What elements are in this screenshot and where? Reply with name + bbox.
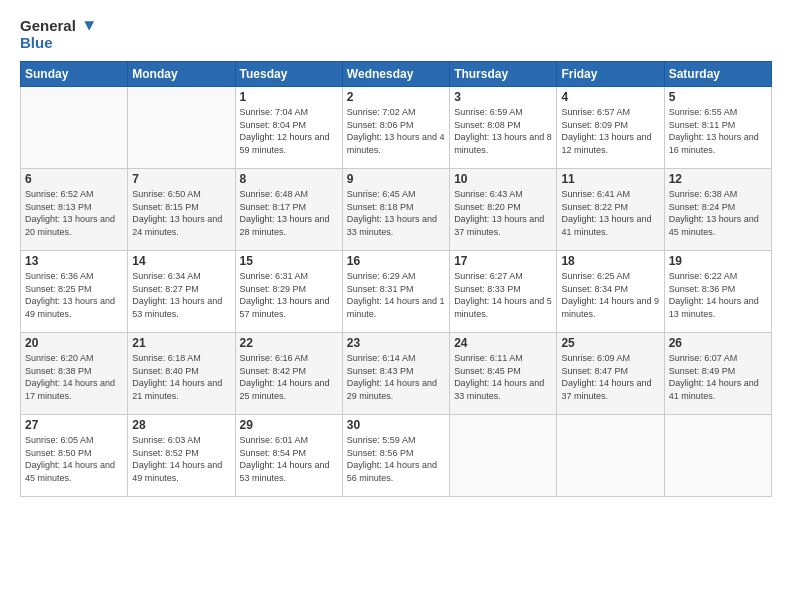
- calendar-week-row: 6Sunrise: 6:52 AM Sunset: 8:13 PM Daylig…: [21, 169, 772, 251]
- calendar-day-header: Saturday: [664, 62, 771, 87]
- day-info: Sunrise: 6:41 AM Sunset: 8:22 PM Dayligh…: [561, 188, 659, 238]
- day-info: Sunrise: 6:22 AM Sunset: 8:36 PM Dayligh…: [669, 270, 767, 320]
- calendar-day-cell: 20Sunrise: 6:20 AM Sunset: 8:38 PM Dayli…: [21, 333, 128, 415]
- day-info: Sunrise: 6:25 AM Sunset: 8:34 PM Dayligh…: [561, 270, 659, 320]
- calendar-week-row: 13Sunrise: 6:36 AM Sunset: 8:25 PM Dayli…: [21, 251, 772, 333]
- calendar-day-cell: 25Sunrise: 6:09 AM Sunset: 8:47 PM Dayli…: [557, 333, 664, 415]
- day-info: Sunrise: 6:52 AM Sunset: 8:13 PM Dayligh…: [25, 188, 123, 238]
- day-number: 10: [454, 172, 552, 186]
- day-number: 18: [561, 254, 659, 268]
- calendar-day-cell: 24Sunrise: 6:11 AM Sunset: 8:45 PM Dayli…: [450, 333, 557, 415]
- day-number: 28: [132, 418, 230, 432]
- calendar-week-row: 27Sunrise: 6:05 AM Sunset: 8:50 PM Dayli…: [21, 415, 772, 497]
- calendar-day-cell: 4Sunrise: 6:57 AM Sunset: 8:09 PM Daylig…: [557, 87, 664, 169]
- logo-wing-icon: [78, 19, 94, 33]
- day-info: Sunrise: 6:07 AM Sunset: 8:49 PM Dayligh…: [669, 352, 767, 402]
- calendar-day-cell: 27Sunrise: 6:05 AM Sunset: 8:50 PM Dayli…: [21, 415, 128, 497]
- day-number: 23: [347, 336, 445, 350]
- calendar-day-cell: 8Sunrise: 6:48 AM Sunset: 8:17 PM Daylig…: [235, 169, 342, 251]
- day-info: Sunrise: 6:01 AM Sunset: 8:54 PM Dayligh…: [240, 434, 338, 484]
- calendar-day-cell: 15Sunrise: 6:31 AM Sunset: 8:29 PM Dayli…: [235, 251, 342, 333]
- day-number: 6: [25, 172, 123, 186]
- day-number: 26: [669, 336, 767, 350]
- day-number: 20: [25, 336, 123, 350]
- calendar-day-header: Monday: [128, 62, 235, 87]
- day-info: Sunrise: 6:50 AM Sunset: 8:15 PM Dayligh…: [132, 188, 230, 238]
- day-number: 3: [454, 90, 552, 104]
- day-number: 15: [240, 254, 338, 268]
- day-info: Sunrise: 6:09 AM Sunset: 8:47 PM Dayligh…: [561, 352, 659, 402]
- calendar-day-cell: 16Sunrise: 6:29 AM Sunset: 8:31 PM Dayli…: [342, 251, 449, 333]
- logo: General Blue: [20, 18, 94, 51]
- calendar-day-cell: 13Sunrise: 6:36 AM Sunset: 8:25 PM Dayli…: [21, 251, 128, 333]
- day-number: 4: [561, 90, 659, 104]
- calendar-day-header: Tuesday: [235, 62, 342, 87]
- day-info: Sunrise: 6:03 AM Sunset: 8:52 PM Dayligh…: [132, 434, 230, 484]
- calendar-day-cell: 28Sunrise: 6:03 AM Sunset: 8:52 PM Dayli…: [128, 415, 235, 497]
- calendar-day-cell: 7Sunrise: 6:50 AM Sunset: 8:15 PM Daylig…: [128, 169, 235, 251]
- day-info: Sunrise: 6:18 AM Sunset: 8:40 PM Dayligh…: [132, 352, 230, 402]
- day-info: Sunrise: 6:34 AM Sunset: 8:27 PM Dayligh…: [132, 270, 230, 320]
- day-info: Sunrise: 6:05 AM Sunset: 8:50 PM Dayligh…: [25, 434, 123, 484]
- logo-general: General: [20, 18, 76, 35]
- calendar-empty-cell: [128, 87, 235, 169]
- day-number: 1: [240, 90, 338, 104]
- day-info: Sunrise: 6:45 AM Sunset: 8:18 PM Dayligh…: [347, 188, 445, 238]
- logo-container: General Blue: [20, 18, 94, 51]
- calendar-day-header: Thursday: [450, 62, 557, 87]
- day-number: 12: [669, 172, 767, 186]
- calendar-day-cell: 26Sunrise: 6:07 AM Sunset: 8:49 PM Dayli…: [664, 333, 771, 415]
- calendar-day-cell: 17Sunrise: 6:27 AM Sunset: 8:33 PM Dayli…: [450, 251, 557, 333]
- day-info: Sunrise: 6:16 AM Sunset: 8:42 PM Dayligh…: [240, 352, 338, 402]
- calendar-day-cell: 1Sunrise: 7:04 AM Sunset: 8:04 PM Daylig…: [235, 87, 342, 169]
- day-info: Sunrise: 6:27 AM Sunset: 8:33 PM Dayligh…: [454, 270, 552, 320]
- calendar-day-cell: 9Sunrise: 6:45 AM Sunset: 8:18 PM Daylig…: [342, 169, 449, 251]
- day-number: 5: [669, 90, 767, 104]
- calendar-day-cell: 21Sunrise: 6:18 AM Sunset: 8:40 PM Dayli…: [128, 333, 235, 415]
- calendar-day-cell: 22Sunrise: 6:16 AM Sunset: 8:42 PM Dayli…: [235, 333, 342, 415]
- day-number: 30: [347, 418, 445, 432]
- calendar-day-header: Wednesday: [342, 62, 449, 87]
- calendar-week-row: 20Sunrise: 6:20 AM Sunset: 8:38 PM Dayli…: [21, 333, 772, 415]
- calendar-day-cell: 2Sunrise: 7:02 AM Sunset: 8:06 PM Daylig…: [342, 87, 449, 169]
- day-number: 8: [240, 172, 338, 186]
- calendar-day-cell: 3Sunrise: 6:59 AM Sunset: 8:08 PM Daylig…: [450, 87, 557, 169]
- day-number: 16: [347, 254, 445, 268]
- calendar-day-cell: 30Sunrise: 5:59 AM Sunset: 8:56 PM Dayli…: [342, 415, 449, 497]
- calendar-day-cell: 6Sunrise: 6:52 AM Sunset: 8:13 PM Daylig…: [21, 169, 128, 251]
- calendar-day-header: Friday: [557, 62, 664, 87]
- calendar-day-cell: 12Sunrise: 6:38 AM Sunset: 8:24 PM Dayli…: [664, 169, 771, 251]
- day-info: Sunrise: 7:02 AM Sunset: 8:06 PM Dayligh…: [347, 106, 445, 156]
- day-number: 9: [347, 172, 445, 186]
- day-number: 7: [132, 172, 230, 186]
- day-number: 22: [240, 336, 338, 350]
- calendar-day-cell: 14Sunrise: 6:34 AM Sunset: 8:27 PM Dayli…: [128, 251, 235, 333]
- calendar-day-header: Sunday: [21, 62, 128, 87]
- calendar-day-cell: 23Sunrise: 6:14 AM Sunset: 8:43 PM Dayli…: [342, 333, 449, 415]
- calendar-body: 1Sunrise: 7:04 AM Sunset: 8:04 PM Daylig…: [21, 87, 772, 497]
- day-info: Sunrise: 6:55 AM Sunset: 8:11 PM Dayligh…: [669, 106, 767, 156]
- day-number: 11: [561, 172, 659, 186]
- day-info: Sunrise: 6:20 AM Sunset: 8:38 PM Dayligh…: [25, 352, 123, 402]
- day-info: Sunrise: 6:29 AM Sunset: 8:31 PM Dayligh…: [347, 270, 445, 320]
- day-number: 24: [454, 336, 552, 350]
- svg-marker-0: [84, 21, 94, 31]
- day-number: 29: [240, 418, 338, 432]
- day-number: 19: [669, 254, 767, 268]
- day-info: Sunrise: 6:59 AM Sunset: 8:08 PM Dayligh…: [454, 106, 552, 156]
- calendar-empty-cell: [557, 415, 664, 497]
- day-info: Sunrise: 6:38 AM Sunset: 8:24 PM Dayligh…: [669, 188, 767, 238]
- day-info: Sunrise: 5:59 AM Sunset: 8:56 PM Dayligh…: [347, 434, 445, 484]
- calendar-day-cell: 18Sunrise: 6:25 AM Sunset: 8:34 PM Dayli…: [557, 251, 664, 333]
- calendar-empty-cell: [450, 415, 557, 497]
- day-info: Sunrise: 6:57 AM Sunset: 8:09 PM Dayligh…: [561, 106, 659, 156]
- day-info: Sunrise: 6:14 AM Sunset: 8:43 PM Dayligh…: [347, 352, 445, 402]
- day-number: 2: [347, 90, 445, 104]
- day-info: Sunrise: 7:04 AM Sunset: 8:04 PM Dayligh…: [240, 106, 338, 156]
- day-info: Sunrise: 6:36 AM Sunset: 8:25 PM Dayligh…: [25, 270, 123, 320]
- day-number: 27: [25, 418, 123, 432]
- day-info: Sunrise: 6:11 AM Sunset: 8:45 PM Dayligh…: [454, 352, 552, 402]
- calendar-week-row: 1Sunrise: 7:04 AM Sunset: 8:04 PM Daylig…: [21, 87, 772, 169]
- calendar-header-row: SundayMondayTuesdayWednesdayThursdayFrid…: [21, 62, 772, 87]
- day-info: Sunrise: 6:43 AM Sunset: 8:20 PM Dayligh…: [454, 188, 552, 238]
